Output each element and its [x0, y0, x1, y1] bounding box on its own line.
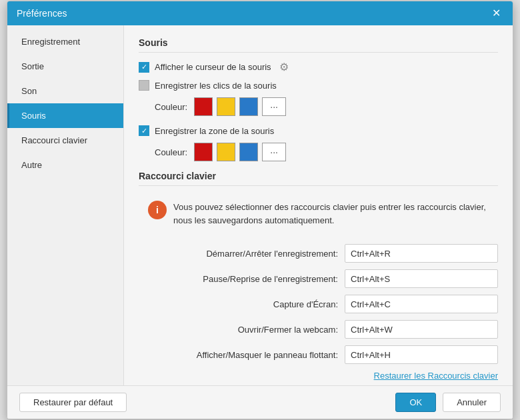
sidebar-item-enregistrement[interactable]: Enregistrement — [7, 29, 123, 54]
show-cursor-row: Afficher le curseur de la souris ⚙ — [139, 61, 498, 73]
color-swatch-yellow-1[interactable] — [217, 97, 235, 116]
souris-section-header: Souris — [139, 37, 498, 53]
color-swatch-blue-1[interactable] — [239, 97, 258, 116]
couleur-label-2: Couleur: — [155, 147, 187, 157]
record-zone-label: Enregistrer la zone de la souris — [155, 126, 274, 136]
show-cursor-checkbox[interactable] — [139, 62, 149, 73]
record-clicks-checkbox[interactable] — [139, 80, 149, 91]
shortcut-row-4: Afficher/Masquer le panneau flottant: — [139, 345, 498, 364]
shortcut-row-0: Démarrer/Arrêter l'enregistrement: — [139, 244, 498, 263]
sidebar-item-raccourci-clavier[interactable]: Raccourci clavier — [7, 128, 123, 153]
shortcut-label-0: Démarrer/Arrêter l'enregistrement: — [206, 249, 338, 259]
color-swatch-red-2[interactable] — [194, 143, 213, 161]
info-icon: i — [148, 201, 167, 219]
color-swatch-red-1[interactable] — [194, 97, 213, 116]
shortcut-input-1[interactable] — [345, 269, 498, 288]
shortcut-label-3: Ouvrir/Fermer la webcam: — [238, 325, 338, 335]
restore-default-button[interactable]: Restaurer par défaut — [19, 393, 127, 412]
main-content: Souris Afficher le curseur de la souris … — [124, 25, 513, 385]
shortcut-label-1: Pause/Reprise de l'enregistrement: — [203, 274, 338, 284]
gear-icon[interactable]: ⚙ — [279, 61, 289, 73]
title-bar: Préférences ✕ — [7, 1, 513, 25]
color-more-button-1[interactable]: ··· — [262, 97, 286, 116]
dialog-footer: Restaurer par défaut OK Annuler — [7, 385, 513, 419]
record-clicks-label: Enregistrer les clics de la souris — [155, 81, 277, 91]
shortcut-section: Raccourci clavier i Vous pouvez sélectio… — [139, 171, 498, 381]
couleur-label-1: Couleur: — [155, 102, 187, 112]
record-zone-row: Enregistrer la zone de la souris — [139, 125, 498, 136]
shortcut-input-0[interactable] — [345, 244, 498, 263]
sidebar-item-souris[interactable]: Souris — [7, 103, 123, 128]
color-row-2: Couleur: ··· — [155, 143, 498, 161]
shortcut-row-3: Ouvrir/Fermer la webcam: — [139, 320, 498, 339]
color-swatch-yellow-2[interactable] — [217, 143, 235, 161]
shortcut-label-2: Capture d'Écran: — [273, 299, 338, 309]
raccourci-section-header: Raccourci clavier — [139, 171, 498, 186]
color-swatch-blue-2[interactable] — [239, 143, 258, 161]
sidebar-item-sortie[interactable]: Sortie — [7, 54, 123, 79]
sidebar: Enregistrement Sortie Son Souris Raccour… — [7, 25, 124, 385]
preferences-dialog: Préférences ✕ Enregistrement Sortie Son … — [7, 1, 513, 419]
restore-shortcuts-link[interactable]: Restaurer les Raccourcis clavier — [139, 371, 498, 381]
record-zone-checkbox[interactable] — [139, 125, 149, 136]
shortcut-row-2: Capture d'Écran: — [139, 295, 498, 313]
shortcut-input-4[interactable] — [345, 345, 498, 364]
shortcut-row-1: Pause/Reprise de l'enregistrement: — [139, 269, 498, 288]
color-row-1: Couleur: ··· — [155, 97, 498, 116]
cancel-button[interactable]: Annuler — [443, 393, 501, 412]
shortcut-label-4: Afficher/Masquer le panneau flottant: — [197, 350, 338, 360]
dialog-body: Enregistrement Sortie Son Souris Raccour… — [7, 25, 513, 385]
shortcut-input-3[interactable] — [345, 320, 498, 339]
dialog-title: Préférences — [17, 8, 67, 19]
info-box: i Vous pouvez sélectionner des raccourci… — [139, 194, 498, 233]
shortcut-input-2[interactable] — [345, 295, 498, 313]
show-cursor-label: Afficher le curseur de la souris — [155, 62, 271, 72]
sidebar-item-autre[interactable]: Autre — [7, 153, 123, 177]
record-clicks-row: Enregistrer les clics de la souris — [139, 80, 498, 91]
close-button[interactable]: ✕ — [489, 7, 503, 20]
sidebar-item-son[interactable]: Son — [7, 79, 123, 103]
color-more-button-2[interactable]: ··· — [262, 143, 286, 161]
footer-right-buttons: OK Annuler — [395, 393, 501, 412]
ok-button[interactable]: OK — [395, 393, 436, 412]
info-text: Vous pouvez sélectionner des raccourcis … — [173, 201, 489, 227]
